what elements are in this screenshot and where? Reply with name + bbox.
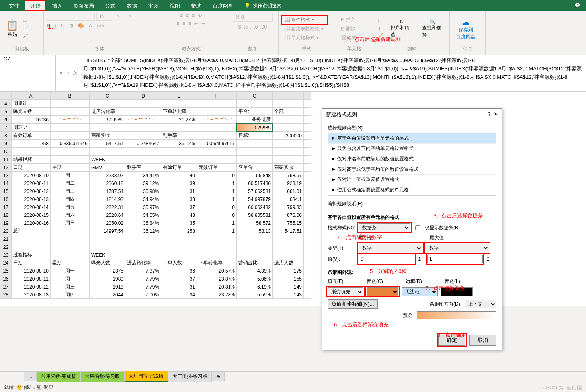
cell[interactable]: 结果指标 <box>12 156 51 164</box>
cell[interactable]: 2222.31 <box>90 203 125 211</box>
cell[interactable]: 商家实收 <box>90 132 125 140</box>
cell[interactable]: 2020-08-15 <box>12 211 51 219</box>
cell[interactable]: 全部 <box>273 108 304 116</box>
cell[interactable] <box>304 251 311 259</box>
menu-insert[interactable]: 插入 <box>46 0 68 11</box>
cell[interactable]: 51.65% <box>90 116 125 124</box>
cell[interactable]: 21.27% <box>161 116 197 124</box>
cell[interactable] <box>304 227 311 235</box>
cell[interactable]: 2020-08-13 <box>12 291 51 299</box>
row-header[interactable]: 24 <box>0 259 12 267</box>
cell[interactable]: 39 <box>161 179 197 187</box>
cell[interactable] <box>161 235 197 243</box>
row-header[interactable]: 26 <box>0 275 12 283</box>
cut-icon[interactable]: ✂ <box>23 19 29 24</box>
sheet-tab[interactable]: 大厂周报-完成版 <box>124 371 168 382</box>
cell[interactable]: 下单转化率 <box>161 108 197 116</box>
cell[interactable]: 客单价 <box>237 164 273 172</box>
name-box[interactable]: G7 <box>0 55 56 91</box>
cell[interactable]: 2020-08-13 <box>12 195 51 203</box>
type-min-select[interactable]: 数字 <box>359 244 422 252</box>
menu-layout[interactable]: 页面布局 <box>68 0 100 11</box>
cancel-button[interactable]: 取消 <box>469 335 496 346</box>
cell[interactable]: 2020-08-10 <box>12 172 51 179</box>
cell[interactable]: 5.55% <box>237 291 273 299</box>
show-bar-only-checkbox[interactable] <box>415 225 420 230</box>
cell[interactable] <box>304 140 311 148</box>
cell[interactable]: 曝光人数 <box>12 108 51 116</box>
cell[interactable] <box>51 124 90 132</box>
cell[interactable] <box>304 235 311 243</box>
cell[interactable]: 周一 <box>51 172 90 179</box>
cell[interactable] <box>304 243 311 251</box>
cell[interactable] <box>161 100 197 108</box>
cell[interactable] <box>51 156 90 164</box>
conditional-format-button[interactable]: ▦ 条件格式 ▾ <box>282 16 327 24</box>
cell[interactable] <box>273 124 304 132</box>
cell[interactable] <box>51 148 90 156</box>
cell[interactable]: -0.2484647 <box>125 140 161 148</box>
row-header[interactable]: 10 <box>0 148 12 156</box>
cell[interactable]: 2020-08-16 <box>12 219 51 227</box>
cell[interactable] <box>197 100 237 108</box>
cell[interactable] <box>125 235 161 243</box>
cell[interactable] <box>197 235 237 243</box>
cell[interactable] <box>197 156 237 164</box>
cell[interactable]: 60.062432 <box>237 203 273 211</box>
cell[interactable]: 661.01 <box>273 187 304 195</box>
cell[interactable]: 周六 <box>51 211 90 219</box>
type-max-select[interactable]: 数字 <box>426 244 489 252</box>
sheet-tab[interactable]: 大厂周报-练习版 <box>168 371 212 382</box>
cell[interactable]: 7.00% <box>125 291 161 299</box>
cell[interactable] <box>273 243 304 251</box>
cell[interactable]: 31 <box>161 283 197 291</box>
cell[interactable]: 4.39% <box>237 267 273 275</box>
cell[interactable]: 2020-08-10 <box>12 267 51 275</box>
row-header[interactable]: 27 <box>0 283 12 291</box>
cell[interactable]: 业务进度 <box>237 116 273 124</box>
menu-data[interactable]: 数据 <box>121 0 143 11</box>
sheet-tab[interactable]: 常用函数-完成版 <box>37 371 80 382</box>
cell[interactable]: 周累计 <box>12 100 51 108</box>
cell[interactable]: 20.81% <box>197 283 237 291</box>
row-header[interactable]: 9 <box>0 140 12 148</box>
table-format-button[interactable]: ▦ 套用表格格式 ▾ <box>282 25 327 33</box>
cell[interactable]: 7.79% <box>125 275 161 283</box>
cell[interactable] <box>51 227 90 235</box>
row-header[interactable]: 12 <box>0 164 12 172</box>
cell[interactable] <box>304 211 311 219</box>
rule-option[interactable]: ► 基于各自值设置所有单元格的格式 <box>328 133 496 144</box>
cell[interactable]: 36 <box>161 267 197 275</box>
row-header[interactable]: 15 <box>0 187 12 195</box>
cell-styles-button[interactable]: ▦ 单元格样式 ▾ <box>282 34 327 42</box>
cell[interactable] <box>161 251 197 259</box>
cell[interactable] <box>51 132 90 140</box>
cell[interactable]: 周五 <box>51 203 90 211</box>
cell[interactable] <box>125 243 161 251</box>
cell[interactable]: 36.98% <box>125 187 161 195</box>
cell[interactable]: 有效订单 <box>12 132 51 140</box>
cell[interactable] <box>125 124 161 132</box>
cell[interactable]: 58.572 <box>237 219 273 227</box>
cell[interactable]: 到手率 <box>161 132 197 140</box>
cell[interactable] <box>273 100 304 108</box>
formula-bar[interactable]: =IF($H$5="全部",SUMIFS(INDEX('拌客源数据1-8月'!$… <box>80 55 586 91</box>
cell[interactable]: 143 <box>273 291 304 299</box>
cell[interactable]: 日期 <box>12 259 51 267</box>
menu-file[interactable]: 文件 <box>3 0 25 11</box>
cell[interactable] <box>90 243 125 251</box>
cell[interactable]: 0 <box>197 211 237 219</box>
cell[interactable]: 0.25985 <box>237 124 273 132</box>
menu-baidu[interactable]: 百度网盘 <box>207 0 239 11</box>
bar-dir-select[interactable]: 上下文 <box>465 300 496 308</box>
cell[interactable]: 下单人数 <box>161 259 197 267</box>
sheet-tab[interactable]: ... <box>24 372 37 381</box>
cell[interactable] <box>304 156 311 164</box>
cell[interactable]: 7.79% <box>125 283 161 291</box>
row-header[interactable]: 17 <box>0 203 12 211</box>
cell[interactable]: 5417.51 <box>273 227 304 235</box>
cell[interactable]: 36.84% <box>125 219 161 227</box>
cell[interactable]: 40 <box>161 172 197 179</box>
cell[interactable]: 35.97% <box>125 203 161 211</box>
format-style-select[interactable]: 数据条 <box>359 223 410 232</box>
